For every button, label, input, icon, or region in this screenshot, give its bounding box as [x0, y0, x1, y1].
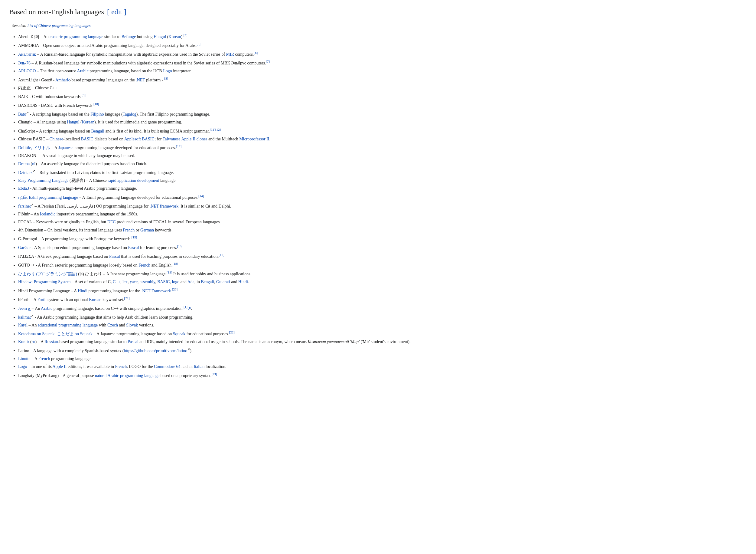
edit-anchor[interactable]: [ edit ]	[107, 8, 126, 16]
link[interactable]: yacc	[130, 280, 138, 284]
link[interactable]: https://github.com/primitivorm/latino	[124, 348, 187, 353]
inline-link[interactable]: [18]	[173, 262, 178, 265]
link[interactable]: Chinese	[50, 137, 63, 141]
edit-link[interactable]: [ edit ]	[107, 6, 126, 17]
link[interactable]: Commodore 64	[154, 364, 181, 369]
link[interactable]: natural Arabic programming language	[95, 373, 160, 378]
link[interactable]: Gujarati	[216, 280, 230, 284]
inline-link[interactable]: [19]	[167, 271, 172, 274]
link[interactable]: kalimat	[18, 315, 31, 320]
link[interactable]: Dolittle, ドリトル	[18, 146, 50, 150]
link[interactable]: Pascal	[128, 339, 138, 344]
link[interactable]: Аналитик	[18, 52, 36, 57]
link[interactable]: Russian	[45, 339, 58, 344]
link[interactable]: Pascal	[128, 245, 139, 250]
link[interactable]: French	[123, 228, 135, 232]
link[interactable]: Эль-76	[18, 61, 30, 65]
link[interactable]: Hindawi Programming System	[18, 280, 70, 284]
link[interactable]: rapid application development	[108, 178, 159, 183]
link[interactable]: Drama	[18, 162, 29, 166]
link[interactable]: Karel	[18, 323, 27, 327]
link[interactable]: Bengali	[91, 128, 104, 133]
see-also-link[interactable]: List of Chinese programming languages	[27, 23, 91, 28]
link[interactable]: .NET Framework	[141, 288, 171, 293]
link[interactable]: Korean	[169, 35, 181, 39]
link[interactable]: Japanese	[58, 146, 73, 150]
link[interactable]: farsinet	[18, 204, 31, 209]
link[interactable]: assembly	[140, 280, 155, 284]
link[interactable]: Filipino	[90, 112, 104, 116]
link[interactable]: Ada	[187, 280, 194, 284]
inline-link[interactable]: [9]	[82, 93, 85, 97]
link[interactable]: nl	[32, 162, 36, 166]
inline-link[interactable]: [11]	[210, 128, 215, 131]
link[interactable]: Dzintars	[18, 170, 33, 175]
link[interactable]: lex	[122, 280, 128, 284]
link[interactable]: Czech	[107, 323, 118, 327]
link[interactable]: Logo	[18, 364, 27, 369]
inline-link[interactable]: [23]	[211, 372, 217, 376]
link[interactable]: Slovak	[126, 323, 138, 327]
link[interactable]: BASIC	[81, 137, 93, 141]
inline-link[interactable]: [6]	[254, 51, 258, 54]
link[interactable]: Microprofessor II	[239, 137, 269, 141]
inline-link[interactable]: [8]	[164, 76, 168, 80]
link[interactable]: Jeem ج	[18, 306, 30, 311]
link[interactable]: .NET	[136, 77, 145, 82]
inline-link[interactable]: [15]	[132, 235, 137, 239]
inline-link[interactable]: [17]	[218, 253, 224, 257]
link[interactable]: Hindi	[238, 280, 248, 284]
inline-link[interactable]: [14]	[198, 194, 204, 198]
link[interactable]: educational programming language	[38, 323, 98, 327]
link[interactable]: French	[39, 356, 50, 361]
link[interactable]: Korean	[82, 120, 94, 124]
link[interactable]: Arabic	[41, 306, 52, 311]
link[interactable]: Forth	[37, 297, 46, 302]
link[interactable]: Hangul	[67, 120, 79, 124]
link[interactable]: BASIC	[157, 280, 170, 284]
link[interactable]: Linotte	[18, 356, 30, 361]
link[interactable]: ru	[32, 339, 36, 344]
link[interactable]: Icelandic	[40, 212, 55, 216]
link[interactable]: Logo	[163, 69, 172, 73]
link[interactable]: Ebda3	[18, 186, 29, 190]
link[interactable]: French	[115, 364, 127, 369]
inline-link[interactable]: [20]	[172, 287, 178, 291]
inline-link[interactable]: [1]	[184, 305, 187, 309]
link[interactable]: ひまわり (プログラミング言語)	[18, 272, 77, 276]
link[interactable]: Arabic	[77, 69, 88, 73]
link[interactable]: German	[140, 228, 154, 232]
link[interactable]: Bato	[18, 112, 26, 116]
link[interactable]: French	[138, 263, 150, 268]
link[interactable]: Bengali	[201, 280, 214, 284]
inline-link[interactable]: [12]	[215, 128, 221, 131]
link[interactable]: Kotodama on Squeak, ことだま on Squeak	[18, 332, 92, 336]
inline-link[interactable]: [5]	[197, 42, 200, 46]
link[interactable]: DEC	[107, 220, 116, 224]
link[interactable]: ARLOGO	[18, 69, 36, 73]
link[interactable]: Pascal	[109, 254, 120, 259]
inline-link[interactable]: [13]	[176, 144, 181, 148]
inline-link[interactable]: [16]	[177, 244, 182, 248]
inline-link[interactable]: [22]	[229, 330, 235, 334]
link[interactable]: esoteric programming language	[50, 35, 103, 39]
link[interactable]: Korean	[89, 297, 101, 302]
link[interactable]: Italian	[194, 364, 205, 369]
link[interactable]: Taiwanese Apple II clones	[163, 137, 207, 141]
link[interactable]: Applesoft BASIC	[124, 137, 154, 141]
link[interactable]: logo	[172, 280, 179, 284]
link[interactable]: Kumir	[18, 339, 29, 344]
link[interactable]: C++	[113, 280, 120, 284]
link[interactable]: Squeak	[173, 332, 185, 336]
link[interactable]: Hangul	[153, 35, 166, 39]
inline-link[interactable]: [10]	[93, 102, 99, 106]
link[interactable]: .NET framework	[150, 204, 178, 209]
link[interactable]: எழில், Ezhil programming language	[18, 195, 78, 200]
link[interactable]: GarGar	[18, 245, 31, 250]
inline-link[interactable]: [4]	[184, 33, 187, 37]
link[interactable]: Hindi	[78, 288, 87, 293]
link[interactable]: Easy Programming Language	[18, 178, 68, 183]
link[interactable]: MIR	[226, 52, 234, 57]
link[interactable]: ↗	[187, 306, 191, 311]
link[interactable]: Amharic	[55, 77, 70, 82]
